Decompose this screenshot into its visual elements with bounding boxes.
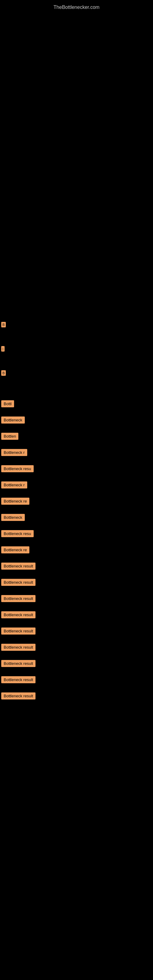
bottleneck-item-14: Bottleneck result <box>0 563 153 570</box>
bottleneck-label-17: Bottleneck result <box>1 611 35 618</box>
bottleneck-label-14: Bottleneck result <box>1 563 35 570</box>
bottleneck-label-21: Bottleneck result <box>1 676 35 683</box>
bottleneck-item-6: Bottlen <box>0 433 153 440</box>
bottleneck-label-8: Bottleneck resu <box>1 465 33 472</box>
bottleneck-label-7: Bottleneck r <box>1 449 27 456</box>
bottleneck-item-4: Bottl <box>0 400 153 407</box>
bottleneck-item-5: Bottleneck <box>0 417 153 423</box>
bottleneck-item-21: Bottleneck result <box>0 676 153 683</box>
bottleneck-label-5: Bottleneck <box>1 417 25 423</box>
bottleneck-label-4: Bottl <box>1 400 14 407</box>
bottleneck-item-10: Bottleneck re <box>0 498 153 505</box>
bottleneck-item-13: Bottleneck re <box>0 546 153 554</box>
bottleneck-item-15: Bottleneck result <box>0 579 153 586</box>
bottleneck-label-1: B <box>1 322 6 328</box>
bottleneck-item-18: Bottleneck result <box>0 627 153 635</box>
bottleneck-label-9: Bottleneck r <box>1 481 27 488</box>
bottleneck-label-6: Bottlen <box>1 433 18 440</box>
site-title: TheBottlenecker.com <box>0 2 153 10</box>
bottleneck-item-2: | <box>0 346 153 352</box>
bottleneck-label-13: Bottleneck re <box>1 546 29 554</box>
bottleneck-label-11: Bottleneck <box>1 514 25 521</box>
bottleneck-item-9: Bottleneck r <box>0 481 153 488</box>
bottleneck-label-19: Bottleneck result <box>1 644 35 651</box>
bottleneck-label-20: Bottleneck result <box>1 660 35 667</box>
bottleneck-item-11: Bottleneck <box>0 514 153 521</box>
bottleneck-item-22: Bottleneck result <box>0 692 153 700</box>
bottleneck-label-3: B <box>1 370 6 376</box>
bottleneck-label-10: Bottleneck re <box>1 498 29 505</box>
bottleneck-items-container: B|BBottlBottleneckBottlenBottleneck rBot… <box>0 321 153 702</box>
bottleneck-label-12: Bottleneck resu <box>1 530 33 537</box>
bottleneck-item-3: B <box>0 370 153 376</box>
bottleneck-item-8: Bottleneck resu <box>0 465 153 472</box>
bottleneck-item-16: Bottleneck result <box>0 595 153 602</box>
bottleneck-item-12: Bottleneck resu <box>0 530 153 537</box>
bottleneck-label-15: Bottleneck result <box>1 579 35 586</box>
bottleneck-label-2: | <box>1 346 5 352</box>
bottleneck-item-17: Bottleneck result <box>0 611 153 618</box>
bottleneck-label-16: Bottleneck result <box>1 595 35 602</box>
bottleneck-item-20: Bottleneck result <box>0 660 153 667</box>
bottleneck-item-1: B <box>0 321 153 328</box>
bottleneck-label-18: Bottleneck result <box>1 627 35 635</box>
bottleneck-item-7: Bottleneck r <box>0 449 153 456</box>
bottleneck-item-19: Bottleneck result <box>0 644 153 651</box>
bottleneck-label-22: Bottleneck result <box>1 692 35 700</box>
